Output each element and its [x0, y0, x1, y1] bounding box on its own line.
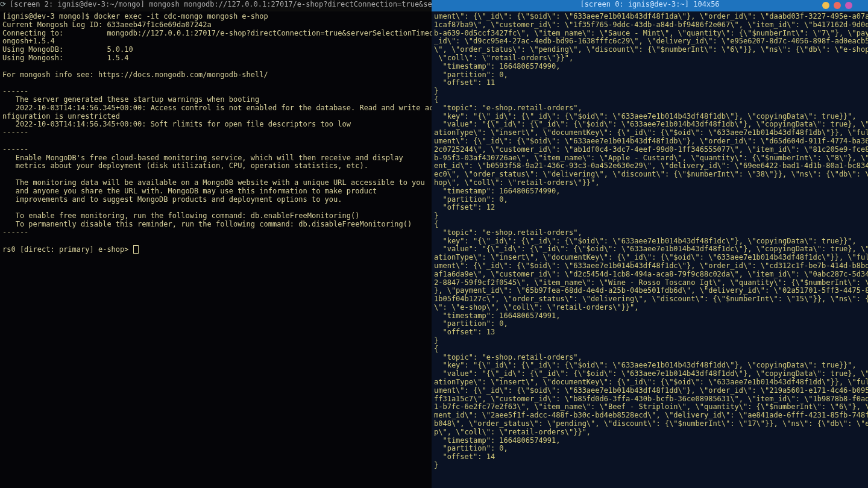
term-line: ument\": {\"_id\": {\"$oid\": \"633aee7e…	[434, 386, 868, 395]
term-line: }	[434, 461, 438, 469]
prompt[interactable]: rs0 [direct: primary] e-shop>	[2, 245, 133, 254]
term-line: "offset": 14	[434, 452, 495, 461]
term-line: To permanently disable this reminder, ru…	[2, 220, 412, 228]
terminal-body-right[interactable]: ument\": {\"_id\": {\"$oid\": \"633aee7e…	[432, 11, 868, 470]
term-line: 2022-10-03T14:14:56.345+00:00: Soft rlim…	[2, 120, 351, 128]
term-line: {	[434, 95, 438, 104]
term-line: \": \"e-shop\", \"coll\": \"retail-order…	[434, 303, 639, 311]
term-line: 1-b7fc-6e2fc77e2f63\", \"item_name\": \"…	[434, 402, 868, 411]
term-line: af1a6da9e\", \"customer_id\": \"d2c5454d…	[434, 270, 868, 278]
term-line: ------	[2, 87, 28, 95]
term-line: metrics about your deployment (disk util…	[2, 161, 368, 170]
term-line: }	[434, 87, 438, 95]
term-line: ------	[2, 145, 28, 154]
terminal-body-left[interactable]: [ignis@dev-3 mongo]$ docker exec -it cdc…	[0, 11, 432, 254]
window-titlebar-left[interactable]: ⟳ [screen 2: ignis@dev-3:~/mongo] mongos…	[0, 0, 432, 11]
term-line: Current Mongosh Log ID: 633aeeb47f1c6e69…	[2, 20, 212, 29]
term-line: Using Mongosh: 1.5.4	[2, 54, 129, 62]
term-line: 2c0725244\", \"customer_id\": \"ab1df0c4…	[434, 145, 868, 154]
term-line: "partition": 0,	[434, 70, 508, 79]
term-line: ec0\", \"order_status\": \"delivering\",…	[434, 170, 868, 178]
term-line: ument\": {\"_id\": {\"$oid\": \"633aee7e…	[434, 12, 868, 20]
term-line: {	[434, 345, 438, 353]
term-line: ongosh+1.5.4	[2, 37, 55, 45]
term-line: ment_id\": \"2aee5f1f-adcc-488f-b30c-bd4…	[434, 411, 868, 419]
term-line: }	[434, 211, 438, 220]
term-line: {	[434, 220, 438, 228]
term-line: "key": "{\"_id\": {\"_id\": {\"$oid\": \…	[434, 237, 857, 245]
term-line: ------	[2, 228, 28, 237]
window-title: [screen 0: ignis@dev-3:~] 104x56	[432, 1, 868, 9]
cursor-icon	[133, 245, 139, 254]
terminal-window-left[interactable]: ⟳ [screen 2: ignis@dev-3:~/mongo] mongos…	[0, 0, 432, 488]
term-line: "timestamp": 1664806574991,	[434, 311, 561, 320]
term-line: ff31a15c7\", \"customer_id\": \"b85fd0d6…	[434, 395, 868, 403]
term-line: "offset": 13	[434, 328, 495, 336]
term-line: ationType\": \"insert\", \"documentKey\"…	[434, 378, 868, 386]
term-line: b-a639-0d5ccf3427fc\", \"item_name\": \"…	[434, 29, 868, 37]
term-line: "value": "{\"_id\": {\"_id\": {\"$oid\":…	[434, 120, 868, 128]
term-line: }, \"payment_id\": \"65b97fea-68dd-4e4d-…	[434, 286, 868, 295]
term-line: "key": "{\"_id\": {\"_id\": {\"$oid\": \…	[434, 361, 857, 369]
term-line: 1caf87ba9\", \"customer_id\": \"1f35f765…	[434, 20, 868, 29]
terminal-window-right[interactable]: [screen 0: ignis@dev-3:~] 104x56 ument\"…	[432, 0, 868, 488]
term-line: "offset": 11	[434, 78, 495, 87]
term-line: ationType\": \"insert\", \"documentKey\"…	[434, 253, 868, 261]
term-line: The monitoring data will be available on…	[2, 178, 425, 187]
window-title: [screen 2: ignis@dev-3:~/mongo] mongosh …	[6, 1, 432, 11]
term-line: To enable free monitoring, run the follo…	[2, 211, 359, 220]
minimize-icon[interactable]	[822, 2, 829, 9]
term-line: For mongosh info see: https://docs.mongo…	[2, 70, 268, 79]
term-line: ent_id\": \"b0593f58-9a21-436c-93c3-0a45…	[434, 161, 868, 170]
term-line: 2022-10-03T14:14:56.345+00:00: Access co…	[2, 104, 432, 112]
term-line: Using MongoDB: 5.0.10	[2, 45, 133, 54]
window-controls[interactable]	[822, 2, 852, 9]
term-line: _id\": \"d9cc95e4-27ac-4edb-bd96-1638fff…	[434, 37, 868, 45]
term-line: "value": "{\"_id\": {\"_id\": {\"$oid\":…	[434, 245, 868, 253]
term-line: \"coll\": \"retail-orders\"}}",	[434, 54, 573, 62]
term-line: 2-8847-59f9cf2f0545\", \"item_name\": \"…	[434, 278, 868, 287]
term-line: ument\": {\"_id\": {\"$oid\": \"633aee7e…	[434, 261, 868, 270]
term-line: [ignis@dev-3 mongo]$ docker exec -it cdc…	[2, 12, 268, 20]
term-line: b048\", \"order_status\": \"pending\", \…	[434, 419, 868, 428]
zoom-icon[interactable]	[845, 2, 852, 9]
term-line: "timestamp": 1664806574990,	[434, 187, 561, 195]
term-line: ------	[2, 128, 28, 137]
reload-icon[interactable]: ⟳	[0, 1, 6, 11]
term-line: ationType\": \"insert\", \"documentKey\"…	[434, 128, 868, 137]
close-icon[interactable]	[834, 2, 841, 9]
term-line: \", \"order_status\": \"pending\", \"dis…	[434, 45, 868, 54]
term-line: "value": "{\"_id\": {\"_id\": {\"$oid\":…	[434, 369, 868, 378]
term-line: Enable MongoDB's free cloud-based monito…	[2, 154, 403, 162]
term-line: 1b05f04b127c\", \"order_status\": \"deli…	[434, 295, 868, 303]
term-line: "offset": 12	[434, 203, 495, 211]
term-line: "partition": 0,	[434, 319, 508, 328]
term-line: improvements and to suggest MongoDB prod…	[2, 195, 342, 204]
window-titlebar-right[interactable]: [screen 0: ignis@dev-3:~] 104x56	[432, 0, 868, 11]
term-line: and anyone you share the URL with. Mongo…	[2, 187, 377, 195]
term-line: hop\", \"coll\": \"retail-orders\"}}",	[434, 178, 600, 187]
term-line: "partition": 0,	[434, 195, 508, 204]
term-line: "topic": "e-shop.retail-orders",	[434, 104, 582, 112]
term-line: }	[434, 336, 438, 345]
term-line: The server generated these startup warni…	[2, 95, 259, 104]
term-line: ument\": {\"_id\": {\"$oid\": \"633aee7e…	[434, 137, 868, 145]
term-line: p\", \"coll\": \"retail-orders\"}}",	[434, 428, 591, 436]
term-line: "partition": 0,	[434, 444, 508, 452]
term-line: "timestamp": 1664806574990,	[434, 62, 561, 70]
term-line: "timestamp": 1664806574991,	[434, 436, 561, 445]
term-line: "key": "{\"_id\": {\"_id\": {\"$oid\": \…	[434, 112, 857, 120]
term-line: "topic": "e-shop.retail-orders",	[434, 228, 582, 237]
term-line: "topic": "e-shop.retail-orders",	[434, 353, 582, 361]
term-line: nfiguration is unrestricted	[2, 112, 120, 120]
term-line: b-95f3-03af430726ae\", \"item_name\": \"…	[434, 154, 868, 162]
term-line: Connecting to: mongodb://127.0.0.1:27017…	[2, 29, 432, 37]
